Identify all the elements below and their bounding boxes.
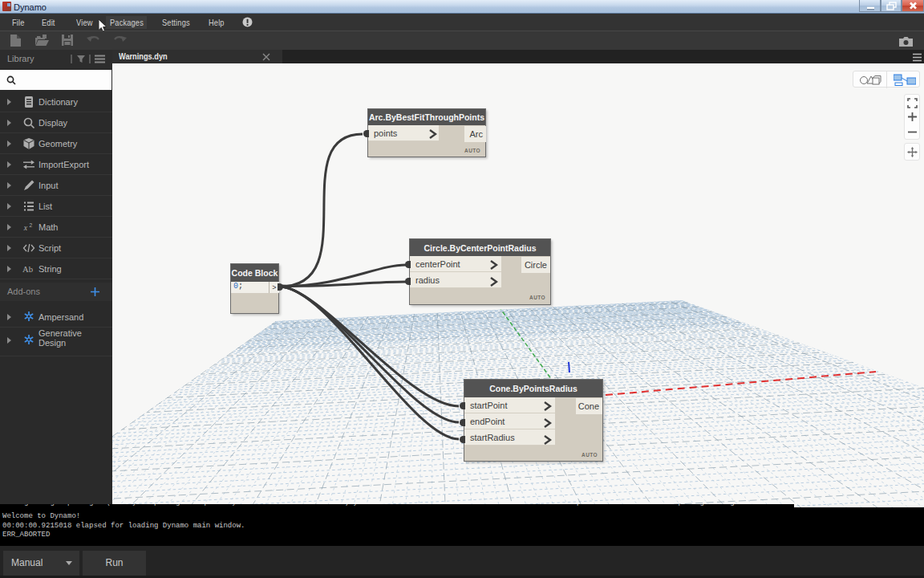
svg-text:x: x [23, 223, 28, 232]
svg-text:2: 2 [29, 222, 32, 228]
svg-text:Ab: Ab [22, 265, 33, 274]
